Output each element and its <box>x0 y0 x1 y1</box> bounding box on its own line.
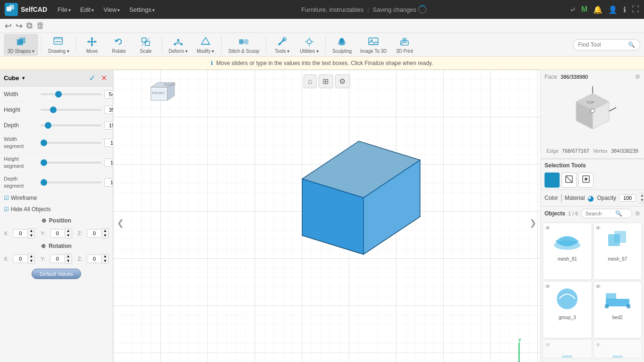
width-slider[interactable] <box>41 93 101 95</box>
objects-search-input[interactable] <box>585 211 613 216</box>
pos-y-down[interactable]: ▼ <box>65 233 72 238</box>
find-tool-box[interactable]: 🔍 <box>573 39 640 50</box>
object-eye-partial2[interactable]: 👁 <box>595 342 601 348</box>
pos-y-input[interactable] <box>50 229 65 238</box>
object-item-mesh81[interactable]: 👁 mesh_81 <box>543 222 592 280</box>
object-item-group3[interactable]: 👁 group_3 <box>543 281 592 338</box>
orient-gear-icon[interactable]: ⚙ <box>635 74 640 80</box>
object-eye-mesh67[interactable]: 👁 <box>595 225 601 231</box>
hide-all-checkbox[interactable]: ☑ Hide All Objects <box>4 206 51 213</box>
height-slider[interactable] <box>41 109 101 111</box>
rot-x-down[interactable]: ▼ <box>28 259 34 263</box>
delete-button[interactable]: 🗑 <box>36 21 45 31</box>
fullscreen-icon[interactable]: ⛶ <box>632 5 639 14</box>
height-input[interactable] <box>104 106 113 114</box>
viewport[interactable]: ❮ ❯ FRONT RIGHT ⌂ ⊞ ⚙ <box>113 70 540 362</box>
rot-z-down[interactable]: ▼ <box>102 259 108 263</box>
file-menu[interactable]: File▾ <box>54 4 74 15</box>
height-label: Height <box>4 107 38 113</box>
tool-move[interactable]: Move <box>79 34 105 56</box>
tool-drawing[interactable]: Drawing ▾ <box>44 34 73 56</box>
tool-stitch[interactable]: Stitch & Scoop <box>224 34 263 56</box>
pos-x-down[interactable]: ▼ <box>28 233 34 238</box>
m-icon[interactable]: M <box>581 5 587 14</box>
tool-sculpting[interactable]: Sculpting <box>329 34 355 56</box>
viewport-settings-button[interactable]: ⚙ <box>335 74 350 88</box>
pos-y-wrap: ▲ ▼ <box>50 228 72 239</box>
object-item-mesh67[interactable]: 👁 mesh_67 <box>593 222 643 280</box>
info-icon[interactable]: ℹ <box>623 5 626 14</box>
object-item-partial2[interactable]: 👁 <box>593 339 643 358</box>
tool-utilities[interactable]: Utilities ▾ <box>296 34 322 56</box>
object-eye-mesh81[interactable]: 👁 <box>545 225 551 231</box>
tool-image2d[interactable]: Image To 3D <box>356 34 391 56</box>
pos-z-down[interactable]: ▼ <box>102 233 108 238</box>
find-tool-input[interactable] <box>578 41 625 48</box>
panel-confirm-button[interactable]: ✓ <box>87 73 97 83</box>
object-item-partial1[interactable]: 👁 <box>543 339 592 358</box>
edit-menu[interactable]: Edit▾ <box>76 4 98 15</box>
find-tool-search-icon[interactable]: 🔍 <box>628 41 635 48</box>
width-input[interactable] <box>104 90 113 99</box>
user-icon[interactable]: 👤 <box>608 5 618 14</box>
rot-x-input[interactable] <box>13 255 28 263</box>
sel-tool-vertex-button[interactable] <box>578 173 594 188</box>
rot-z-up[interactable]: ▲ <box>102 254 108 259</box>
viewport-grid-button[interactable]: ⊞ <box>318 74 333 88</box>
material-icon[interactable]: ◕ <box>587 194 594 203</box>
pos-x-up[interactable]: ▲ <box>28 229 34 233</box>
rot-y-down[interactable]: ▼ <box>65 259 72 263</box>
opacity-spin-down[interactable]: ▼ <box>639 198 644 203</box>
object-eye-group3[interactable]: 👁 <box>545 283 551 290</box>
settings-menu[interactable]: Settings▾ <box>125 4 158 15</box>
viewport-nav-right[interactable]: ❯ <box>529 218 537 228</box>
pos-z-up[interactable]: ▲ <box>102 229 108 233</box>
depth-input[interactable] <box>104 121 113 130</box>
height-segment-input[interactable] <box>104 158 113 167</box>
depth-segment-input[interactable] <box>104 178 113 187</box>
panel-dropdown-icon[interactable]: ▾ <box>22 75 25 81</box>
notification-icon[interactable]: 🔔 <box>593 5 603 14</box>
tool-tools[interactable]: Tools ▾ <box>269 34 295 56</box>
rot-y-input[interactable] <box>50 255 65 263</box>
tool-scale[interactable]: Scale <box>133 34 159 56</box>
rot-x-up[interactable]: ▲ <box>28 254 34 259</box>
viewport-nav-left[interactable]: ❮ <box>117 218 124 228</box>
sel-tool-face-button[interactable] <box>545 173 560 188</box>
depth-segment-slider[interactable] <box>41 181 101 183</box>
opacity-input[interactable] <box>619 194 636 202</box>
height-segment-slider[interactable] <box>41 162 101 164</box>
opacity-spin-up[interactable]: ▲ <box>639 193 644 198</box>
pos-x-input[interactable] <box>13 229 28 238</box>
pos-y-up[interactable]: ▲ <box>65 229 72 233</box>
share-icon[interactable]: ⤶ <box>570 5 576 14</box>
objects-search-icon[interactable]: 🔍 <box>615 210 622 217</box>
tool-deform[interactable]: Deform ▾ <box>165 34 192 56</box>
tool-modify[interactable]: Modify ▾ <box>192 34 218 56</box>
width-segment-input[interactable] <box>104 139 113 147</box>
objects-gear-icon[interactable]: ⚙ <box>635 210 640 217</box>
view-menu[interactable]: View▾ <box>99 4 124 15</box>
rot-z-input[interactable] <box>87 255 102 263</box>
default-values-button[interactable]: Default Values <box>32 269 81 279</box>
rot-y-up[interactable]: ▲ <box>65 254 72 259</box>
object-label-bed2: bed2 <box>595 315 640 320</box>
objects-search-box[interactable]: 🔍 <box>581 209 632 218</box>
color-swatch[interactable] <box>561 194 562 202</box>
object-item-bed2[interactable]: 👁 bed2 <box>593 281 643 338</box>
object-eye-bed2[interactable]: 👁 <box>595 283 601 290</box>
tool-3dshapes[interactable]: 3D Shapes ▾ <box>4 34 38 56</box>
wireframe-checkbox[interactable]: ☑ Wireframe <box>4 195 37 201</box>
copy-button[interactable]: ⧉ <box>26 21 33 31</box>
viewport-home-button[interactable]: ⌂ <box>304 74 317 88</box>
object-eye-partial1[interactable]: 👁 <box>545 342 551 348</box>
sel-tool-edge-button[interactable] <box>561 173 577 188</box>
panel-cancel-button[interactable]: ✕ <box>99 73 109 83</box>
undo-button[interactable]: ↩ <box>5 21 12 31</box>
tool-rotate[interactable]: Rotate <box>106 34 132 56</box>
pos-z-input[interactable] <box>87 229 102 238</box>
depth-slider[interactable] <box>41 124 101 126</box>
tool-3dprint[interactable]: 3D Print <box>392 34 418 56</box>
redo-button[interactable]: ↪ <box>16 21 23 31</box>
width-segment-slider[interactable] <box>41 142 101 144</box>
